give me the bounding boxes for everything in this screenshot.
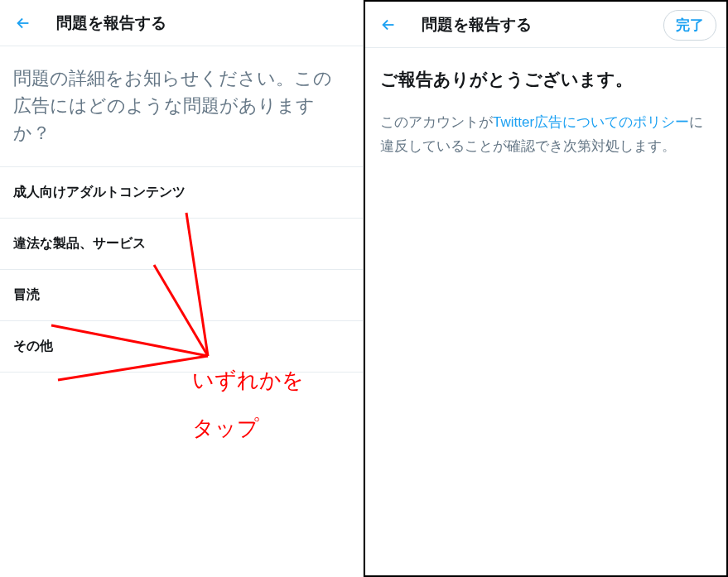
report-confirmation-screen: 問題を報告する 完了 ご報告ありがとうございます。 このアカウントがTwitte… (364, 0, 728, 577)
annotation-text-line2: タップ (192, 412, 259, 445)
header-title-left: 問題を報告する (56, 12, 166, 34)
body-prefix: このアカウントが (380, 114, 493, 130)
report-option-list: 成人向けアダルトコンテンツ 違法な製品、サービス 冒涜 その他 (0, 167, 363, 373)
policy-link[interactable]: Twitter広告についてのポリシー (493, 114, 689, 130)
back-arrow-icon[interactable] (378, 15, 398, 35)
thanks-body: このアカウントがTwitter広告についてのポリシーに違反していることが確認でき… (365, 98, 726, 172)
back-arrow-icon[interactable] (13, 13, 33, 33)
report-prompt: 問題の詳細をお知らせください。この広告にはどのような問題がありますか？ (0, 46, 363, 167)
header-right: 問題を報告する 完了 (365, 2, 726, 48)
option-profanity[interactable]: 冒涜 (0, 270, 363, 321)
report-options-screen: 問題を報告する 問題の詳細をお知らせください。この広告にはどのような問題がありま… (0, 0, 364, 577)
thanks-heading: ご報告ありがとうございます。 (365, 48, 726, 98)
header-left: 問題を報告する (0, 0, 363, 46)
header-title-right: 問題を報告する (422, 14, 532, 36)
done-button[interactable]: 完了 (663, 10, 716, 41)
option-adult-content[interactable]: 成人向けアダルトコンテンツ (0, 167, 363, 219)
option-illegal-products[interactable]: 違法な製品、サービス (0, 219, 363, 270)
option-other[interactable]: その他 (0, 321, 363, 373)
